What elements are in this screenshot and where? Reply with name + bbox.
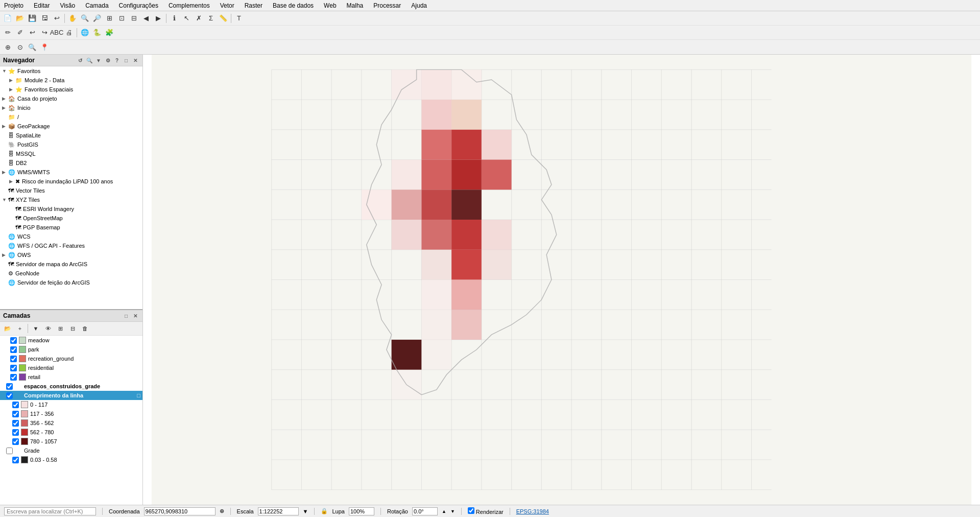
menu-web[interactable]: Web (322, 2, 338, 10)
nav-tree-item[interactable]: ▶ ✖ Risco de inundação LiPAD 100 anos (0, 177, 142, 186)
layer-list-item[interactable]: espacos_construidos_grade (0, 382, 142, 391)
zoom-layer-button[interactable]: ⊟ (128, 13, 139, 24)
layer-visibility-checkbox[interactable] (12, 402, 19, 408)
zoom-next-button[interactable]: ▶ (153, 13, 164, 24)
layer-visibility-checkbox[interactable] (6, 383, 13, 390)
open-project-button[interactable]: 📂 (14, 13, 26, 24)
menu-processar[interactable]: Processar (371, 2, 403, 10)
layers-close-icon[interactable]: ✕ (131, 312, 139, 320)
save-as-button[interactable]: 🖫 (39, 13, 50, 24)
map-area[interactable] (143, 55, 980, 505)
snap-options-button[interactable]: ⊙ (14, 41, 26, 53)
layer-visibility-checkbox[interactable] (12, 457, 19, 463)
nav-tree-item[interactable]: 🗺 Vector Tiles (0, 186, 142, 195)
layer-list-item[interactable]: residential (0, 363, 142, 372)
layers-float-icon[interactable]: □ (122, 312, 130, 320)
revert-button[interactable]: ↩ (51, 13, 62, 24)
nav-tree-item[interactable]: 🐘 PostGIS (0, 140, 142, 149)
layer-list-item[interactable]: 356 - 562 (0, 418, 142, 428)
layer-list-item[interactable]: 0.03 - 0.58 (0, 455, 142, 464)
nav-tree-item[interactable]: 🗺 PGP Basemap (0, 223, 142, 232)
nav-tree-item[interactable]: ▼ ⭐ Favoritos (0, 66, 142, 76)
collapse-all-button[interactable]: ⊟ (67, 323, 78, 334)
menu-configuracoes[interactable]: Configurações (117, 2, 160, 10)
menu-basededados[interactable]: Base de dados (271, 2, 316, 10)
rotation-value[interactable] (412, 507, 438, 515)
identify-button[interactable]: ℹ (169, 13, 180, 24)
zoom-full-button[interactable]: ⊞ (104, 13, 115, 24)
nav-tree-item[interactable]: 🗺 Servidor de mapa do ArcGIS (0, 260, 142, 269)
edit-button[interactable]: ✐ (14, 27, 26, 38)
menu-editar[interactable]: Editar (32, 2, 52, 10)
rotation-up-icon[interactable]: ▲ (442, 509, 446, 514)
nav-tree-item[interactable]: 🗺 ESRI World Imagery (0, 204, 142, 214)
redo-button[interactable]: ↪ (39, 27, 50, 38)
nav-tree-item[interactable]: ▶ 📦 GeoPackage (0, 122, 142, 131)
expand-all-button[interactable]: ⊞ (55, 323, 66, 334)
nav-tree-item[interactable]: 🗄 MSSQL (0, 149, 142, 158)
nav-tree-item[interactable]: ⚙ GeoNode (0, 269, 142, 278)
layer-list-item[interactable]: recreation_ground (0, 354, 142, 363)
navigator-float-icon[interactable]: □ (122, 56, 130, 64)
open-layer-button[interactable]: 📂 (2, 323, 13, 334)
nav-tree-item[interactable]: 🌐 WCS (0, 232, 142, 241)
nav-tree-item[interactable]: 🗄 SpatiaLite (0, 131, 142, 140)
geocode-button[interactable]: 📍 (39, 41, 50, 53)
nav-tree-item[interactable]: ▶ 🏠 Inicio (0, 103, 142, 112)
pan-button[interactable]: ✋ (67, 13, 78, 24)
print-button[interactable]: 🖨 (63, 27, 75, 38)
menu-raster[interactable]: Raster (243, 2, 265, 10)
layer-list-item[interactable]: Comprimento da linha□ (0, 391, 142, 400)
layer-list-item[interactable]: meadow (0, 336, 142, 345)
layer-list-item[interactable]: retail (0, 372, 142, 382)
layer-visibility-checkbox[interactable] (10, 374, 17, 381)
nav-tree-item[interactable]: ▶ 📁 Module 2 - Data (0, 76, 142, 85)
navigator-search-icon[interactable]: 🔍 (85, 56, 93, 64)
menu-projeto[interactable]: Projeto (2, 2, 26, 10)
nav-tree-item[interactable]: ▶ 🌐 OWS (0, 250, 142, 260)
nav-tree-item[interactable]: 🗺 OpenStreetMap (0, 214, 142, 223)
nav-tree-item[interactable]: 🗄 DB2 (0, 158, 142, 168)
locate-input[interactable] (4, 507, 96, 515)
label-button[interactable]: ABC (51, 27, 62, 38)
nav-tree-item[interactable]: ▶ ⭐ Favoritos Espaciais (0, 85, 142, 94)
menu-complementos[interactable]: Complementos (166, 2, 212, 10)
scale-value[interactable] (258, 507, 299, 515)
nav-tree-item[interactable]: 🌐 WFS / OGC API - Features (0, 241, 142, 250)
coordinate-value[interactable] (144, 507, 216, 515)
layer-list-item[interactable]: 562 - 780 (0, 428, 142, 437)
menu-malha[interactable]: Malha (345, 2, 366, 10)
zoom-selection-button[interactable]: ⊡ (116, 13, 127, 24)
menu-ajuda[interactable]: Ajuda (409, 2, 429, 10)
scale-dropdown-icon[interactable]: ▼ (303, 508, 308, 514)
nav-tree-item[interactable]: ▶ 🌐 WMS/WMTS (0, 168, 142, 177)
layer-visibility-checkbox[interactable] (12, 411, 19, 417)
remove-layer-button[interactable]: 🗑 (79, 323, 90, 334)
select-button[interactable]: ↖ (181, 13, 192, 24)
layer-list-item[interactable]: 0 - 117 (0, 400, 142, 409)
layer-visibility-checkbox[interactable] (10, 356, 17, 362)
locate-button[interactable]: 🔍 (27, 41, 38, 53)
add-layer-button[interactable]: + (14, 323, 26, 334)
menu-vetor[interactable]: Vetor (218, 2, 236, 10)
render-button[interactable]: T (233, 13, 245, 24)
menu-visao[interactable]: Visão (58, 2, 77, 10)
statistics-button[interactable]: Σ (205, 13, 217, 24)
magnifier-value[interactable] (349, 507, 374, 515)
render-checkbox[interactable] (468, 507, 474, 514)
rotation-down-icon[interactable]: ▼ (450, 509, 455, 514)
menu-camada[interactable]: Camada (83, 2, 110, 10)
deselect-button[interactable]: ✗ (193, 13, 204, 24)
snap-button[interactable]: ⊕ (2, 41, 13, 53)
navigator-help-icon[interactable]: ? (113, 56, 121, 64)
zoom-prev-button[interactable]: ◀ (140, 13, 152, 24)
filter-layer-button[interactable]: ▼ (30, 323, 41, 334)
layer-list-item[interactable]: park (0, 345, 142, 354)
layer-visibility-checkbox[interactable] (10, 365, 17, 371)
nav-tree-item[interactable]: ▼ 🗺 XYZ Tiles (0, 195, 142, 204)
nav-tree-item[interactable]: 📁 / (0, 112, 142, 122)
layer-visibility-checkbox[interactable] (6, 448, 13, 454)
python-button[interactable]: 🐍 (91, 27, 103, 38)
browser-button[interactable]: 🌐 (79, 27, 90, 38)
zoom-in-button[interactable]: 🔍 (79, 13, 90, 24)
